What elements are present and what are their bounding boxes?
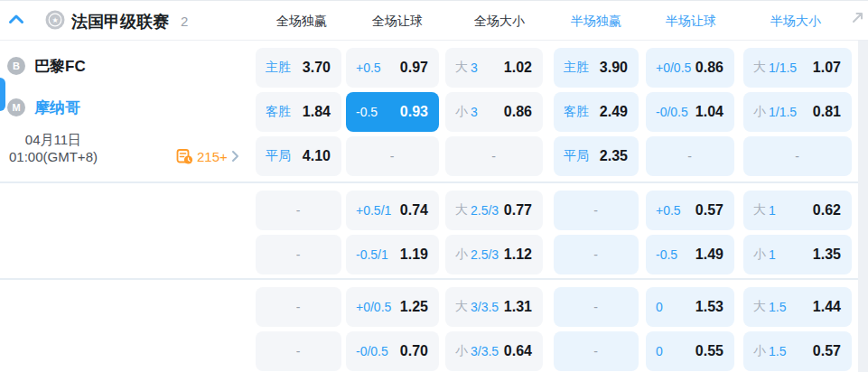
odds-cell[interactable]: 小30.86 (445, 92, 543, 132)
match-date: 04月11日 (0, 132, 107, 149)
odds-value: 1.02 (504, 60, 532, 76)
handicap-line: -0/0.5 (656, 105, 688, 119)
odds-cell-empty: - (256, 235, 341, 274)
selected-match-indicator (0, 78, 5, 111)
odds-cell[interactable]: 大10.62 (743, 191, 852, 230)
odds-cell[interactable]: +0.50.57 (646, 191, 734, 230)
more-markets-button[interactable]: 215+ (176, 146, 239, 166)
handicap-line: +0/0.5 (656, 60, 691, 75)
odds-cell[interactable]: 01.53 (646, 287, 734, 327)
outcome-label: 平局 (564, 148, 589, 164)
column-header-2: 全场让球 (372, 14, 423, 30)
expand-arrow-icon[interactable] (851, 10, 865, 24)
odds-value: 0.77 (504, 202, 532, 219)
odds-cell[interactable]: 大3/3.51.31 (445, 287, 543, 327)
over-under-prefix: 大 (455, 299, 468, 315)
odds-value: 1.31 (504, 299, 532, 315)
over-under-prefix: 小 (753, 104, 766, 120)
odds-cell-empty: - (646, 136, 734, 176)
odds-cell[interactable]: +0.50.97 (346, 48, 439, 88)
league-header: ★ 法国甲级联赛 2 全场独赢全场让球全场大小半场独赢半场让球半场大小 (0, 1, 868, 41)
odds-cell[interactable]: -0/0.51.04 (646, 92, 734, 132)
odds-cell[interactable]: 小3/3.50.64 (445, 331, 543, 371)
over-under-prefix: 小 (753, 343, 766, 359)
empty-odds-dash: - (491, 149, 496, 163)
odds-value: 1.49 (695, 246, 723, 263)
odds-cell[interactable]: 小1.50.57 (743, 331, 852, 371)
odds-value: 3.70 (303, 60, 331, 76)
over-under-line: 2.5/3 (471, 247, 499, 262)
empty-odds-dash: - (390, 149, 395, 163)
away-team-name[interactable]: 摩纳哥 (34, 98, 80, 118)
odds-cell[interactable]: +0/0.50.86 (646, 48, 734, 88)
odds-cell-empty: - (554, 287, 639, 327)
group-divider (0, 278, 868, 280)
handicap-line: -0/0.5 (356, 344, 388, 358)
odds-cell[interactable]: 主胜3.90 (554, 48, 639, 88)
odds-cell[interactable]: -0.50.93 (346, 92, 439, 132)
odds-cell[interactable]: +0/0.51.25 (346, 287, 439, 327)
odds-cell[interactable]: 00.55 (646, 331, 734, 371)
odds-value: 1.07 (813, 60, 841, 76)
odds-cell[interactable]: 大1/1.51.07 (743, 48, 852, 88)
over-under-line: 1.5 (769, 344, 786, 358)
odds-value: 0.93 (400, 104, 428, 120)
odds-cell[interactable]: 平局4.10 (256, 136, 341, 176)
odds-value: 0.57 (695, 202, 723, 219)
odds-cell[interactable]: 平局2.35 (554, 136, 639, 176)
home-team-name[interactable]: 巴黎FC (34, 56, 86, 77)
over-under-prefix: 大 (753, 299, 766, 315)
odds-value: 0.70 (400, 343, 428, 359)
odds-value: 0.62 (813, 202, 841, 219)
handicap-line: -0.5 (356, 105, 378, 119)
empty-odds-dash: - (593, 247, 598, 262)
empty-odds-dash: - (296, 300, 301, 314)
odds-cell-empty: - (256, 331, 341, 371)
empty-odds-dash: - (296, 203, 301, 218)
odds-value: 1.44 (813, 299, 841, 315)
away-team-badge: M (7, 98, 25, 116)
outcome-label: 客胜 (564, 104, 589, 120)
odds-cell[interactable]: -0/0.50.70 (346, 331, 439, 371)
odds-value: 0.81 (813, 104, 841, 120)
odds-cell[interactable]: 主胜3.70 (256, 48, 341, 88)
odds-cell[interactable]: -0.5/11.19 (346, 235, 439, 274)
odds-cell-empty: - (445, 136, 543, 176)
odds-value: 1.35 (813, 246, 841, 263)
collapse-chevron-icon[interactable] (8, 13, 24, 25)
away-team-initial: M (12, 102, 20, 113)
over-under-prefix: 小 (753, 246, 766, 263)
league-match-count: 2 (181, 14, 188, 29)
odds-cell[interactable]: -0.51.49 (646, 235, 734, 274)
odds-cell[interactable]: 客胜2.49 (554, 92, 639, 132)
markets-count: 215+ (197, 149, 228, 164)
odds-cell[interactable]: 小1/1.50.81 (743, 92, 852, 132)
odds-value: 0.74 (400, 202, 428, 219)
odds-cell-empty: - (346, 136, 439, 176)
empty-odds-dash: - (795, 149, 799, 163)
empty-odds-dash: - (593, 203, 598, 218)
odds-cell[interactable]: 小2.5/31.12 (445, 235, 543, 274)
odds-cell[interactable]: 大1.51.44 (743, 287, 852, 327)
odds-cell[interactable]: 大31.02 (445, 48, 543, 88)
column-header-5: 半场让球 (666, 14, 716, 30)
over-under-line: 1/1.5 (769, 60, 797, 75)
odds-panel: ★ 法国甲级联赛 2 全场独赢全场让球全场大小半场独赢半场让球半场大小 B 巴黎… (0, 0, 868, 372)
over-under-line: 1 (769, 247, 776, 262)
over-under-line: 1/1.5 (769, 105, 797, 119)
odds-cell[interactable]: 客胜1.84 (256, 92, 341, 132)
scrollbar-track (858, 41, 868, 372)
odds-cell[interactable]: 小11.35 (743, 235, 852, 274)
league-logo-icon: ★ (45, 10, 65, 30)
column-header-3: 全场大小 (474, 14, 525, 30)
handicap-line: 0 (656, 300, 663, 314)
odds-value: 1.53 (695, 299, 723, 315)
odds-cell[interactable]: +0.5/10.74 (346, 191, 439, 230)
odds-cell[interactable]: 大2.5/30.77 (445, 191, 543, 230)
odds-value: 0.86 (695, 60, 723, 76)
odds-cell-empty: - (554, 331, 639, 371)
over-under-line: 3/3.5 (471, 344, 499, 358)
over-under-prefix: 大 (455, 202, 468, 219)
odds-value: 0.57 (813, 343, 841, 359)
over-under-line: 2.5/3 (471, 203, 499, 218)
